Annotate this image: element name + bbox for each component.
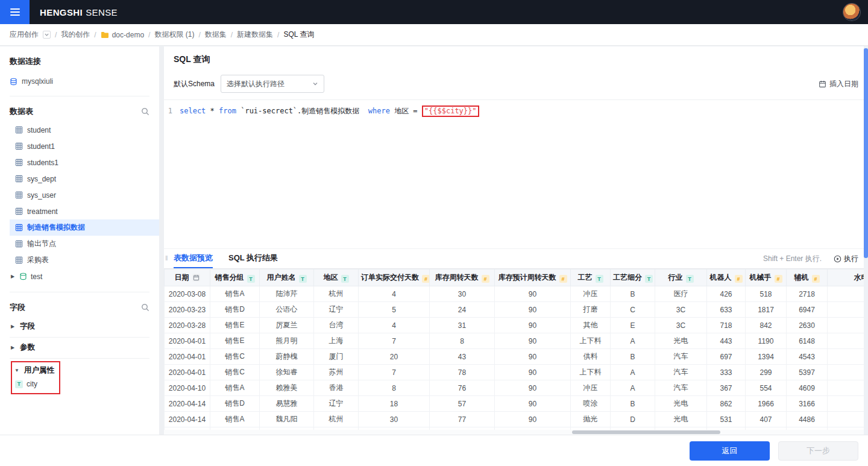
- run-button[interactable]: 执行: [834, 254, 858, 264]
- table-cell: 2630: [787, 318, 828, 333]
- table-cell: 其他: [571, 318, 611, 333]
- table-cell: 90: [495, 286, 571, 302]
- table-cell: 汽车: [655, 380, 707, 396]
- sql-token: [359, 107, 368, 115]
- column-label: 机械手: [750, 273, 772, 282]
- sidebar-item-test[interactable]: ▶ test: [10, 268, 159, 285]
- table-cell: 辽宁: [314, 302, 359, 318]
- breadcrumb-item[interactable]: 新建数据集: [237, 30, 273, 40]
- breadcrumb-item[interactable]: doc-demo: [101, 31, 144, 39]
- chevron-down-icon[interactable]: [43, 31, 51, 39]
- back-button[interactable]: 返回: [690, 441, 770, 461]
- sidebar-table-item[interactable]: student: [10, 122, 159, 138]
- table-row: 2020-04-01销售E熊月明上海7890上下料A光电443119061481: [165, 333, 868, 349]
- table-cell: [828, 349, 868, 365]
- table-cell: 90: [495, 365, 571, 380]
- column-header[interactable]: 机械手#: [746, 269, 787, 286]
- column-header[interactable]: 用户姓名T: [260, 269, 314, 286]
- sidebar-table-item[interactable]: students1: [10, 154, 159, 171]
- table-cell: 4: [359, 318, 430, 333]
- column-header[interactable]: 辅机#: [787, 269, 828, 286]
- table-cell: 367: [707, 380, 746, 396]
- folder-icon: [101, 31, 109, 39]
- sidebar-table-item[interactable]: sys_user: [10, 187, 159, 203]
- column-header[interactable]: 库存周转天数#: [430, 269, 495, 286]
- table-cell: 打磨: [571, 302, 611, 318]
- sql-code-line: select * from `rui-secrect`.制造销售模拟数据 whe…: [180, 105, 479, 117]
- sidebar-item-city[interactable]: T city: [14, 378, 54, 390]
- sidebar-table-item[interactable]: treatment: [10, 203, 159, 219]
- next-button[interactable]: 下一步: [778, 441, 858, 461]
- table-cell: 76: [430, 380, 495, 396]
- table-cell: 78: [430, 365, 495, 380]
- number-type-icon: #: [735, 275, 743, 283]
- sql-editor[interactable]: 1 select * from `rui-secrect`.制造销售模拟数据 w…: [164, 99, 868, 248]
- table-cell: 光电: [655, 333, 707, 349]
- menu-button[interactable]: [0, 0, 30, 24]
- breadcrumb-item[interactable]: 我的创作: [61, 30, 90, 40]
- table-cell: 销售E: [210, 318, 260, 333]
- table-cell: 90: [495, 349, 571, 365]
- table-grid-icon: [15, 142, 23, 150]
- user-avatar[interactable]: [843, 4, 860, 20]
- tab-table-preview[interactable]: 表数据预览: [174, 249, 213, 268]
- table-cell: 2020-04-14: [165, 396, 210, 412]
- sidebar-table-item[interactable]: sys_dept: [10, 171, 159, 187]
- table-cell: E: [611, 318, 655, 333]
- column-header[interactable]: 日期: [165, 269, 210, 286]
- table-cell: 陆沛芹: [260, 286, 314, 302]
- table-cell: 554: [746, 380, 787, 396]
- vertical-scrollbar-thumb[interactable]: [864, 48, 868, 258]
- page: HENGSHI SENSE 应用创作/我的创作/doc-demo/数据权限 (1…: [0, 0, 868, 466]
- column-label: 库存周转天数: [435, 273, 479, 282]
- sidebar-table-item[interactable]: 制造销售模拟数据: [10, 219, 159, 236]
- column-header[interactable]: 销售分组T: [210, 269, 260, 286]
- column-header[interactable]: 机器人#: [707, 269, 746, 286]
- connection-item-mysqlxiuli[interactable]: mysqlxiuli: [0, 74, 159, 89]
- calendar-icon: [819, 80, 826, 88]
- table-cell: B: [611, 286, 655, 302]
- sql-token: 地区 =: [390, 107, 422, 115]
- table-cell: 2020-04-01: [165, 333, 210, 349]
- group-user-attrs[interactable]: ▼ 用户属性: [14, 362, 54, 378]
- breadcrumb-item[interactable]: 数据权限 (1): [154, 30, 194, 40]
- breadcrumb-item[interactable]: SQL 查询: [283, 30, 314, 40]
- resize-handle-icon[interactable]: ‖: [165, 254, 169, 262]
- column-header[interactable]: 地区T: [314, 269, 359, 286]
- column-label: 订单实际交付天数: [361, 273, 419, 282]
- table-cell: 抛光: [571, 412, 611, 427]
- annotation-box-city-param: "{{$$city}}": [422, 105, 479, 117]
- horizontal-scrollbar[interactable]: [164, 430, 868, 435]
- tab-sql-result[interactable]: SQL 执行结果: [228, 249, 278, 268]
- column-header[interactable]: 工艺细分T: [611, 269, 655, 286]
- table-cell: 冲压: [571, 286, 611, 302]
- table-cell: 90: [495, 302, 571, 318]
- database-icon: [10, 78, 17, 86]
- table-cell: 1817: [746, 302, 787, 318]
- search-icon[interactable]: [141, 107, 149, 116]
- search-icon[interactable]: [141, 303, 149, 312]
- column-header[interactable]: 水电#: [828, 269, 868, 286]
- table-name: treatment: [27, 207, 58, 216]
- table-cell: 1190: [746, 333, 787, 349]
- table-cell: 862: [707, 396, 746, 412]
- sidebar-table-item[interactable]: 采购表: [10, 252, 159, 268]
- table-name: 采购表: [27, 255, 49, 265]
- table-cell: 销售E: [210, 333, 260, 349]
- group-params[interactable]: ▶ 参数: [0, 338, 159, 357]
- column-header[interactable]: 订单实际交付天数#: [359, 269, 430, 286]
- table-cell: 24: [430, 302, 495, 318]
- column-header[interactable]: 库存预计周转天数#: [495, 269, 571, 286]
- breadcrumb-item[interactable]: 应用创作: [10, 30, 51, 40]
- breadcrumb-item[interactable]: 数据集: [205, 30, 227, 40]
- group-fields[interactable]: ▶ 字段: [0, 316, 159, 336]
- column-header[interactable]: 工艺T: [571, 269, 611, 286]
- column-header[interactable]: 行业T: [655, 269, 707, 286]
- table-grid-icon: [15, 224, 23, 231]
- sidebar-table-item[interactable]: 输出节点: [10, 236, 159, 252]
- default-schema-select[interactable]: 选择默认执行路径: [221, 75, 324, 93]
- sidebar-table-item[interactable]: student1: [10, 138, 159, 154]
- table-name: sys_dept: [27, 175, 56, 183]
- insert-date-button[interactable]: 插入日期: [819, 79, 858, 89]
- horizontal-scrollbar-thumb[interactable]: [572, 430, 720, 434]
